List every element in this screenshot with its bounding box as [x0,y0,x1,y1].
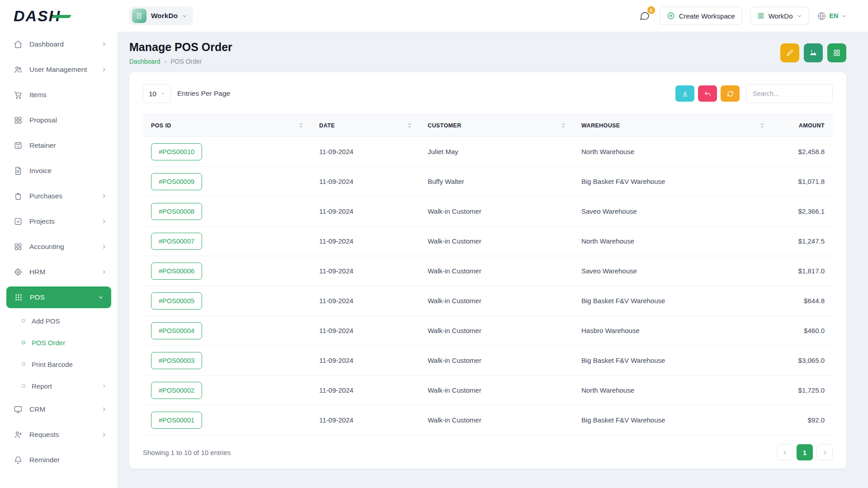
column-header-amount[interactable]: AMOUNT [772,114,833,137]
language-selector[interactable]: EN [817,11,846,21]
customer-cell: Buffy Walter [420,167,573,197]
sidebar-item-label: Invoice [29,167,52,175]
brand-logo[interactable]: DASH [0,0,118,32]
column-header-pos-id[interactable]: POS ID [143,114,311,137]
date-cell: 11-09-2024 [311,405,420,435]
refresh-button[interactable] [721,85,740,102]
column-header-customer[interactable]: CUSTOMER [420,114,573,137]
pos-id-badge[interactable]: #POS00006 [151,263,202,280]
sidebar-item-label: Reminder [29,456,60,464]
sidebar-item-proposal[interactable]: Proposal [0,108,118,133]
sidebar-item-reminder[interactable]: Reminder [0,447,118,473]
users-icon [14,65,23,74]
table-row[interactable]: #POS00004 11-09-2024 Walk-in Customer Ha… [143,316,833,346]
sidebar-item-label: Proposal [29,116,57,124]
pos-id-badge[interactable]: #POS00008 [151,203,202,220]
pos-id-cell: #POS00008 [143,197,311,226]
table-row[interactable]: #POS00008 11-09-2024 Walk-in Customer Sa… [143,197,833,226]
amount-cell: $1,725.0 [772,375,833,405]
amount-cell: $644.8 [772,286,833,316]
pos-id-badge[interactable]: #POS00009 [151,173,202,190]
check-square-icon [14,217,23,226]
create-workspace-button[interactable]: Create Workspace [660,7,742,25]
sidebar-subitem-add-pos[interactable]: Add POS [0,310,118,332]
category-icon [14,242,23,251]
sidebar-item-crm[interactable]: CRM [0,397,118,422]
archive-icon [14,141,23,150]
grid-view-button[interactable] [827,43,846,62]
bullet-icon [22,384,25,388]
sidebar: DASH Dashboard User Management Items Pro… [0,0,118,488]
pos-id-badge[interactable]: #POS00007 [151,233,202,250]
pagination-page-1[interactable]: 1 [797,444,813,460]
amount-cell: $3,065.0 [772,346,833,375]
table-row[interactable]: #POS00010 11-09-2024 Juliet May North Wa… [143,137,833,167]
table-row[interactable]: #POS00001 11-09-2024 Walk-in Customer Bi… [143,405,833,435]
pos-id-badge[interactable]: #POS00004 [151,322,202,339]
chevron-down-icon [797,14,802,19]
column-header-warehouse[interactable]: WAREHOUSE [573,114,772,137]
messages-button[interactable]: 0 [637,9,652,23]
sidebar-item-retainer[interactable]: Retainer [0,133,118,158]
sidebar-item-pos[interactable]: POS [6,286,111,308]
entries-summary: Showing 1 to 10 of 10 entries [143,449,231,456]
sidebar-subitem-print-barcode[interactable]: Print Barcode [0,353,118,375]
sidebar-item-purchases[interactable]: Purchases [0,183,118,209]
mountain-icon [809,49,817,57]
undo-button[interactable] [698,85,717,102]
grid-icon [757,12,764,19]
table-row[interactable]: #POS00005 11-09-2024 Walk-in Customer Bi… [143,286,833,316]
table-row[interactable]: #POS00003 11-09-2024 Walk-in Customer Bi… [143,346,833,375]
pos-id-badge[interactable]: #POS00001 [151,412,202,429]
sidebar-item-invoice[interactable]: Invoice [0,158,118,183]
shopping-bag-icon [14,192,23,201]
pagination-prev-button[interactable] [777,444,793,460]
sidebar-item-projects[interactable]: Projects [0,209,118,234]
sidebar-subitem-report[interactable]: Report [0,375,118,397]
table-row[interactable]: #POS00007 11-09-2024 Walk-in Customer No… [143,226,833,256]
sidebar-item-accounting[interactable]: Accounting [0,234,118,259]
bullet-icon [22,319,25,323]
sidebar-item-hrm[interactable]: HRM [0,259,118,285]
sidebar-item-requests[interactable]: Requests [0,422,118,447]
chevron-right-icon [101,432,107,437]
bullet-icon [22,341,25,344]
chevron-down-icon [182,14,187,19]
sidebar-subitem-pos-order[interactable]: POS Order [0,332,118,353]
customer-cell: Walk-in Customer [420,375,573,405]
breadcrumb-dashboard-link[interactable]: Dashboard [129,58,160,65]
table-row[interactable]: #POS00009 11-09-2024 Buffy Walter Big Ba… [143,167,833,197]
search-input[interactable] [746,84,833,103]
pos-id-badge[interactable]: #POS00010 [151,143,202,160]
pos-table-body: #POS00010 11-09-2024 Juliet May North Wa… [143,137,833,435]
entries-per-page-select[interactable]: 10 [143,84,171,103]
customer-cell: Walk-in Customer [420,197,573,226]
table-row[interactable]: #POS00006 11-09-2024 Walk-in Customer Sa… [143,256,833,286]
pos-display-button[interactable] [804,43,823,62]
sidebar-item-label: Projects [29,217,55,225]
apps-grid-icon [14,293,23,302]
customer-cell: Juliet May [420,137,573,167]
export-button[interactable] [675,85,694,102]
pos-id-badge[interactable]: #POS00005 [151,292,202,310]
sidebar-item-user-management[interactable]: User Management [0,57,118,82]
pos-id-badge[interactable]: #POS00003 [151,352,202,369]
sidebar-item-label: Accounting [29,243,64,251]
pagination-next-button[interactable] [816,444,833,460]
pos-id-badge[interactable]: #POS00002 [151,382,202,399]
undo-icon [704,90,712,98]
warehouse-cell: Big Basket F&V Warehouse [573,286,772,316]
workdo-menu-button[interactable]: WorkDo [750,7,809,25]
date-cell: 11-09-2024 [311,137,420,167]
sidebar-item-label: CRM [29,405,45,413]
sidebar-item-dashboard[interactable]: Dashboard [0,32,118,57]
amount-cell: $460.0 [772,316,833,346]
pos-id-cell: #POS00002 [143,375,311,405]
refresh-icon [726,90,734,98]
workspace-switcher[interactable]: WorkDo [129,6,193,25]
column-header-date[interactable]: DATE [311,114,420,137]
edit-button[interactable] [780,43,799,62]
sidebar-item-items[interactable]: Items [0,82,118,108]
table-row[interactable]: #POS00002 11-09-2024 Walk-in Customer No… [143,375,833,405]
sidebar-item-label: Purchases [29,192,62,200]
